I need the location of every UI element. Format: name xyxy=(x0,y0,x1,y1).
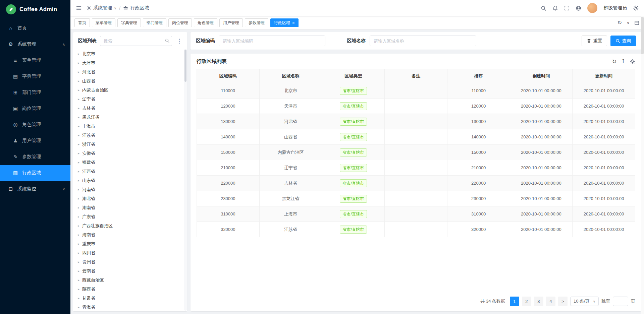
tree-expand-icon[interactable]: ▸ xyxy=(78,142,79,146)
tree-expand-icon[interactable]: ▸ xyxy=(78,88,79,92)
tab[interactable]: 部门管理 xyxy=(143,18,166,27)
tree-item[interactable]: ▸ 贵州省 xyxy=(73,257,187,266)
search-button[interactable]: 查询 xyxy=(610,36,636,46)
tree-expand-icon[interactable]: ▸ xyxy=(78,106,79,110)
tab[interactable]: 用户管理 xyxy=(219,18,243,27)
column-header[interactable]: 更新时间 xyxy=(573,69,635,83)
app-logo[interactable]: Coffee Admin xyxy=(0,0,70,19)
tab[interactable]: 行政区域 × xyxy=(270,18,299,27)
tree-item[interactable]: ▸ 湖北省 xyxy=(73,194,187,203)
next-page-button[interactable]: > xyxy=(558,297,568,306)
tree-expand-icon[interactable]: ▸ xyxy=(78,97,79,101)
tree-expand-icon[interactable]: ▸ xyxy=(78,242,79,246)
tree-expand-icon[interactable]: ▸ xyxy=(78,287,79,291)
tree-expand-icon[interactable]: ▸ xyxy=(78,188,79,191)
breadcrumb-region[interactable]: 行政区域 xyxy=(123,5,149,11)
reset-button[interactable]: 重置 xyxy=(582,36,607,46)
tree-item[interactable]: ▸ 广西壮族自治区 xyxy=(73,221,187,230)
column-header[interactable]: 创建时间 xyxy=(510,69,573,83)
tree-expand-icon[interactable]: ▸ xyxy=(78,170,79,173)
column-header[interactable]: 区域名称 xyxy=(259,69,322,83)
page-number-button[interactable]: 4 xyxy=(546,297,555,306)
region-name-input[interactable] xyxy=(370,36,476,46)
dots-vertical-icon[interactable]: ⋮ xyxy=(175,38,183,45)
tab[interactable]: 菜单管理 xyxy=(92,18,115,27)
tree-expand-icon[interactable]: ▸ xyxy=(78,251,79,255)
user-name[interactable]: 超级管理员 xyxy=(603,5,627,11)
settings-gear-icon[interactable] xyxy=(633,5,639,11)
tree-item[interactable]: ▸ 上海市 xyxy=(73,122,187,131)
tree-item[interactable]: ▸ 四川省 xyxy=(73,248,187,257)
search-icon[interactable] xyxy=(165,38,170,43)
search-icon[interactable] xyxy=(541,5,546,11)
breadcrumb-system[interactable]: 系统管理 ∨ xyxy=(87,5,116,11)
column-header[interactable]: 区域编码 xyxy=(197,69,260,83)
row-height-icon[interactable]: Ⅰ xyxy=(622,59,624,64)
tree-item[interactable]: ▸ 陕西省 xyxy=(73,285,187,294)
tree-expand-icon[interactable]: ▸ xyxy=(78,52,79,56)
column-header[interactable]: 备注 xyxy=(385,69,447,83)
column-settings-gear-icon[interactable] xyxy=(630,59,635,64)
tree-expand-icon[interactable]: ▸ xyxy=(78,179,79,182)
tree-item[interactable]: ▸ 山东省 xyxy=(73,176,187,185)
tree-expand-icon[interactable]: ▸ xyxy=(78,206,79,209)
tree-expand-icon[interactable]: ▸ xyxy=(78,115,79,119)
tree-item[interactable]: ▸ 湖南省 xyxy=(73,203,187,212)
tree-item[interactable]: ▸ 云南省 xyxy=(73,266,187,275)
tree-expand-icon[interactable]: ▸ xyxy=(78,269,79,273)
tree-item[interactable]: ▸ 浙江省 xyxy=(73,140,187,149)
tree-expand-icon[interactable]: ▸ xyxy=(78,278,79,282)
tree-item[interactable]: ▸ 内蒙古自治区 xyxy=(73,85,187,95)
translate-icon[interactable] xyxy=(576,5,581,11)
tree-item[interactable]: ▸ 吉林省 xyxy=(73,104,187,113)
tree-expand-icon[interactable]: ▸ xyxy=(78,197,79,200)
page-scrollbar[interactable] xyxy=(641,16,644,314)
sidebar-item[interactable]: ▣ 岗位管理 xyxy=(0,101,70,117)
content-fullscreen-icon[interactable] xyxy=(634,20,639,25)
tree-item[interactable]: ▸ 天津市 xyxy=(73,58,187,67)
tree-item[interactable]: ▸ 黑龙江省 xyxy=(73,113,187,122)
tab-close-icon[interactable]: × xyxy=(292,21,295,25)
tree-expand-icon[interactable]: ▸ xyxy=(78,305,79,309)
chevron-down-icon[interactable]: ∨ xyxy=(627,21,630,25)
tree-expand-icon[interactable]: ▸ xyxy=(78,151,79,155)
tree-item[interactable]: ▸ 河北省 xyxy=(73,67,187,76)
tree-item[interactable]: ▸ 江西省 xyxy=(73,167,187,176)
tab[interactable]: 字典管理 xyxy=(117,18,141,27)
tree-item[interactable]: ▸ 山西省 xyxy=(73,76,187,85)
sidebar-item[interactable]: ✎ 参数管理 xyxy=(0,149,70,165)
tree-expand-icon[interactable]: ▸ xyxy=(78,215,79,218)
tab[interactable]: 参数管理 xyxy=(245,18,268,27)
refresh-icon[interactable]: ↻ xyxy=(618,20,622,25)
column-header[interactable]: 排序 xyxy=(447,69,510,83)
tree-expand-icon[interactable]: ▸ xyxy=(78,61,79,65)
bell-icon[interactable] xyxy=(552,5,558,11)
avatar[interactable] xyxy=(587,3,597,13)
sidebar-item[interactable]: ⊞ 部门管理 xyxy=(0,84,70,101)
tree-item[interactable]: ▸ 安徽省 xyxy=(73,149,187,158)
tab[interactable]: 角色管理 xyxy=(194,18,217,27)
tree-item[interactable]: ▸ 海南省 xyxy=(73,230,187,239)
tree-expand-icon[interactable]: ▸ xyxy=(78,296,79,300)
tree-scrollbar[interactable] xyxy=(184,49,187,311)
tab[interactable]: 岗位管理 xyxy=(168,18,192,27)
page-number-button[interactable]: 1 xyxy=(510,297,519,306)
tree-expand-icon[interactable]: ▸ xyxy=(78,224,79,228)
page-size-select[interactable]: 10 条/页 ∨ xyxy=(570,297,599,306)
sidebar-collapse-icon[interactable] xyxy=(76,5,82,11)
sidebar-item[interactable]: ▤ 字典管理 xyxy=(0,68,70,84)
sidebar-item[interactable]: ⚙ 系统管理 ∧ xyxy=(0,36,70,52)
tree-expand-icon[interactable]: ▸ xyxy=(78,233,79,237)
tree-expand-icon[interactable]: ▸ xyxy=(78,133,79,137)
page-number-button[interactable]: 2 xyxy=(522,297,531,306)
sidebar-item[interactable]: ≡ 菜单管理 xyxy=(0,52,70,68)
tree-item[interactable]: ▸ 青海省 xyxy=(73,303,187,311)
tree-item[interactable]: ▸ 辽宁省 xyxy=(73,95,187,104)
tree-search-input[interactable] xyxy=(100,36,172,46)
refresh-icon[interactable]: ↻ xyxy=(612,59,616,64)
tree-item[interactable]: ▸ 江苏省 xyxy=(73,131,187,140)
sidebar-item[interactable]: ⊡ 系统监控 ∨ xyxy=(0,181,70,197)
tree-item[interactable]: ▸ 甘肃省 xyxy=(73,294,187,303)
tree-expand-icon[interactable]: ▸ xyxy=(78,124,79,128)
column-header[interactable]: 区域类型 xyxy=(322,69,385,83)
